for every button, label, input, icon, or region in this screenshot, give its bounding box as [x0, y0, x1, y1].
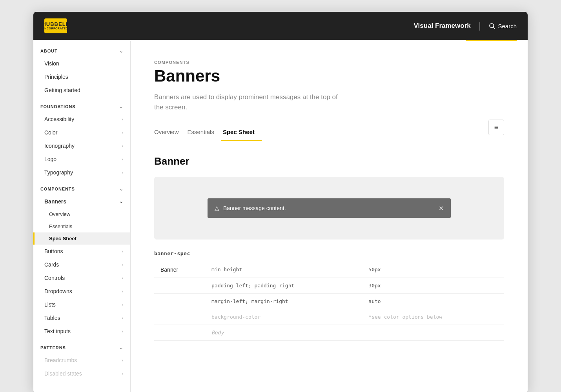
- nav-right: Visual Framework | Search: [414, 21, 517, 31]
- controls-chevron: ›: [122, 276, 123, 280]
- tab-spec-sheet[interactable]: Spec Sheet: [221, 125, 262, 141]
- spec-value-0: 50px: [362, 262, 504, 278]
- iconography-label: Iconography: [44, 143, 75, 149]
- banner-demo-text: Banner message content.: [223, 205, 286, 211]
- logo-top: HUBBELL: [42, 22, 69, 27]
- sidebar-item-breadcrumbs[interactable]: Breadcrumbs ›: [33, 354, 130, 367]
- banner-demo: △ Banner message content. ✕: [208, 198, 451, 218]
- search-label: Search: [498, 23, 517, 29]
- logo-sub: INCORPORATED: [44, 27, 68, 30]
- components-chevron: ⌄: [119, 186, 123, 192]
- sidebar-section-about[interactable]: ABOUT ⌄: [33, 41, 130, 57]
- sidebar-item-lists[interactable]: Lists ›: [33, 298, 130, 311]
- sidebar-item-color[interactable]: Color ›: [33, 126, 130, 139]
- accessibility-label: Accessibility: [44, 116, 74, 122]
- logo-box: HUBBELL INCORPORATED: [44, 18, 67, 33]
- svg-line-1: [494, 27, 495, 29]
- sidebar-item-accessibility[interactable]: Accessibility ›: [33, 113, 130, 126]
- sidebar-item-controls[interactable]: Controls ›: [33, 271, 130, 285]
- spec-value-3: *see color options below: [362, 309, 504, 325]
- sidebar-item-principles[interactable]: Principles: [33, 70, 130, 83]
- table-row: background-color *see color options belo…: [154, 309, 504, 325]
- logo-label: Logo: [44, 156, 56, 162]
- nav-title: Visual Framework: [414, 22, 471, 30]
- warning-icon: △: [215, 205, 219, 212]
- spec-component-3: [154, 309, 205, 325]
- spec-component-4: [154, 325, 205, 341]
- logo[interactable]: HUBBELL INCORPORATED: [44, 18, 67, 33]
- disabled-states-label: Disabled states: [44, 370, 82, 377]
- text-inputs-chevron: ›: [122, 329, 123, 334]
- disabled-states-chevron: ›: [122, 371, 123, 376]
- tab-overview[interactable]: Overview: [154, 125, 186, 141]
- about-label: ABOUT: [40, 49, 58, 53]
- spec-property-4: Body: [205, 325, 362, 341]
- sidebar-banners[interactable]: Banners ⌄: [33, 195, 130, 208]
- toc-icon: ≡: [494, 123, 499, 132]
- lists-chevron: ›: [122, 302, 123, 307]
- search-button[interactable]: Search: [488, 22, 517, 29]
- sidebar-sub-overview[interactable]: Overview: [33, 208, 130, 220]
- breadcrumb: COMPONENTS: [154, 60, 342, 65]
- sidebar-section-foundations[interactable]: FOUNDATIONS ⌄: [33, 97, 130, 113]
- banner-close-button[interactable]: ✕: [439, 205, 444, 212]
- spec-label: banner-spec: [154, 250, 504, 256]
- banner-demo-inner: △ Banner message content.: [215, 205, 286, 212]
- spec-property-3: background-color: [205, 309, 362, 325]
- page-description: Banners are used to display prominent me…: [154, 92, 342, 112]
- sidebar-item-tables[interactable]: Tables ›: [33, 311, 130, 325]
- buttons-chevron: ›: [122, 249, 123, 254]
- cards-label: Cards: [44, 261, 59, 268]
- spec-component-2: [154, 294, 205, 309]
- color-chevron: ›: [122, 130, 123, 135]
- typography-label: Typography: [44, 169, 73, 176]
- dropdowns-chevron: ›: [122, 289, 123, 294]
- spec-value-4: [362, 325, 504, 341]
- breadcrumbs-label: Breadcrumbs: [44, 357, 77, 363]
- dropdowns-label: Dropdowns: [44, 288, 72, 294]
- sidebar-item-dropdowns[interactable]: Dropdowns ›: [33, 285, 130, 298]
- about-chevron: ⌄: [119, 48, 123, 54]
- sidebar-item-getting-started[interactable]: Getting started: [33, 83, 130, 97]
- logo-chevron: ›: [122, 157, 123, 162]
- spec-value-2: auto: [362, 294, 504, 309]
- sidebar: ABOUT ⌄ Vision Principles Getting starte…: [33, 41, 131, 392]
- spec-table: Banner min-height 50px padding-left; pad…: [154, 262, 504, 341]
- lists-label: Lists: [44, 301, 56, 308]
- sidebar-item-cards[interactable]: Cards ›: [33, 258, 130, 271]
- tables-label: Tables: [44, 315, 60, 321]
- sidebar-sub-essentials[interactable]: Essentials: [33, 220, 130, 232]
- sidebar-item-logo[interactable]: Logo ›: [33, 152, 130, 166]
- sidebar-section-patterns[interactable]: PATTERNS ⌄: [33, 338, 130, 354]
- sidebar-item-iconography[interactable]: Iconography ›: [33, 139, 130, 152]
- banner-preview-box: △ Banner message content. ✕: [154, 177, 504, 240]
- table-row: Banner min-height 50px: [154, 262, 504, 278]
- sidebar-item-text-inputs[interactable]: Text inputs ›: [33, 325, 130, 338]
- banners-label: Banners: [44, 198, 66, 205]
- spec-property-2: margin-left; margin-right: [205, 294, 362, 309]
- essentials-sub-label: Essentials: [49, 223, 72, 229]
- sidebar-item-disabled-states[interactable]: Disabled states ›: [33, 367, 130, 380]
- patterns-chevron: ⌄: [119, 345, 123, 350]
- cards-chevron: ›: [122, 262, 123, 267]
- foundations-label: FOUNDATIONS: [40, 104, 76, 109]
- tab-essentials[interactable]: Essentials: [186, 125, 221, 141]
- spec-property-1: padding-left; padding-right: [205, 278, 362, 294]
- iconography-chevron: ›: [122, 143, 123, 148]
- spec-property-0: min-height: [205, 262, 362, 278]
- body-layout: ABOUT ⌄ Vision Principles Getting starte…: [33, 41, 528, 392]
- sidebar-item-vision[interactable]: Vision: [33, 57, 130, 70]
- sidebar-item-typography[interactable]: Typography ›: [33, 166, 130, 179]
- sidebar-item-buttons[interactable]: Buttons ›: [33, 245, 130, 258]
- banners-chevron: ⌄: [119, 199, 123, 204]
- controls-label: Controls: [44, 275, 65, 281]
- toc-button[interactable]: ≡: [488, 120, 504, 135]
- sidebar-section-components[interactable]: COMPONENTS ⌄: [33, 179, 130, 195]
- breadcrumbs-chevron: ›: [122, 358, 123, 363]
- foundations-chevron: ⌄: [119, 104, 123, 109]
- text-inputs-label: Text inputs: [44, 328, 71, 334]
- buttons-label: Buttons: [44, 248, 63, 254]
- sidebar-sub-spec-sheet[interactable]: Spec Sheet: [33, 232, 130, 245]
- getting-started-label: Getting started: [44, 87, 80, 93]
- svg-point-0: [490, 24, 494, 28]
